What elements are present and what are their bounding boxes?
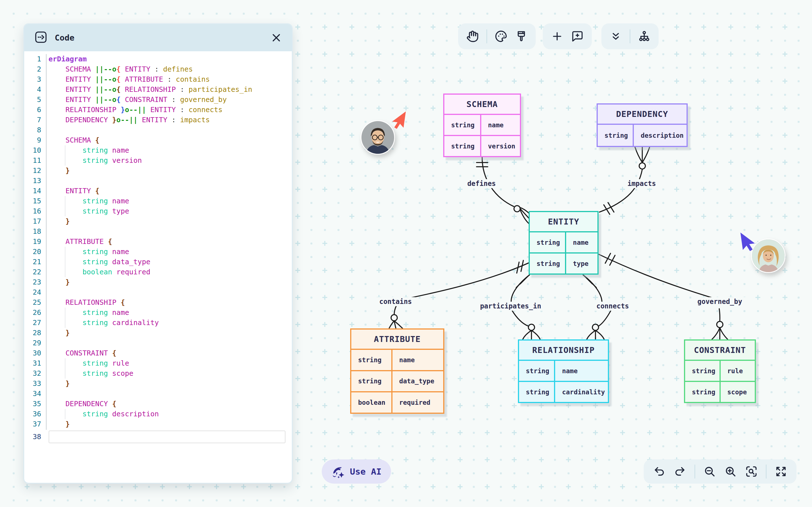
line-number: 20 bbox=[24, 247, 41, 257]
line-number: 9 bbox=[24, 135, 41, 145]
code-line-31[interactable]: 31 string rule bbox=[24, 358, 290, 369]
code-line-13[interactable]: 13 bbox=[24, 176, 290, 186]
line-number: 18 bbox=[24, 226, 41, 237]
code-token: } bbox=[65, 420, 70, 428]
code-token bbox=[91, 86, 95, 94]
code-line-8[interactable]: 8 bbox=[24, 125, 290, 135]
code-line-5[interactable]: 5 ENTITY ||--o{ CONSTRAINT : governed_by bbox=[24, 95, 290, 105]
entity-entity[interactable]: ENTITYstringnamestringtype bbox=[529, 211, 599, 275]
code-line-25[interactable]: 25 RELATIONSHIP { bbox=[24, 297, 290, 307]
fullscreen-icon[interactable] bbox=[774, 465, 788, 478]
line-number: 25 bbox=[24, 297, 41, 307]
code-line-20[interactable]: 20 string name bbox=[24, 247, 290, 257]
entity-title: ATTRIBUTE bbox=[351, 330, 443, 349]
code-line-4[interactable]: 4 ENTITY ||--o{ RELATIONSHIP : participa… bbox=[24, 84, 290, 95]
code-line-15[interactable]: 15 string name bbox=[24, 196, 290, 206]
whiteboard-canvas[interactable]: SCHEMAstringnamestringversionDEPENDENCYs… bbox=[0, 0, 812, 507]
code-token: ENTITY bbox=[125, 65, 150, 73]
entity-attribute[interactable]: ATTRIBUTEstringnamestringdata_typeboolea… bbox=[350, 328, 444, 414]
line-number: 14 bbox=[24, 186, 41, 196]
code-token bbox=[116, 106, 121, 114]
code-token bbox=[49, 197, 82, 205]
attribute-type: string bbox=[598, 125, 633, 146]
code-line-38[interactable]: 38 bbox=[24, 429, 290, 445]
code-token: type bbox=[112, 207, 129, 215]
add-shape-icon[interactable] bbox=[551, 30, 564, 43]
line-number: 2 bbox=[24, 64, 41, 74]
code-line-14[interactable]: 14 ENTITY { bbox=[24, 186, 290, 196]
code-line-36[interactable]: 36 string description bbox=[24, 409, 290, 419]
code-line-1[interactable]: 1erDiagram bbox=[24, 54, 290, 64]
code-token: } bbox=[65, 329, 70, 337]
code-token bbox=[49, 329, 65, 337]
code-line-37[interactable]: 37 } bbox=[24, 419, 290, 429]
code-line-18[interactable]: 18 bbox=[24, 226, 290, 237]
code-panel-header: Code bbox=[24, 24, 292, 51]
code-line-29[interactable]: 29 bbox=[24, 338, 290, 348]
code-line-30[interactable]: 30 CONSTRAINT { bbox=[24, 348, 290, 358]
code-token: { bbox=[112, 400, 116, 408]
palette-icon[interactable] bbox=[495, 30, 507, 43]
code-line-16[interactable]: 16 string type bbox=[24, 206, 290, 216]
code-token bbox=[49, 258, 82, 266]
code-line-7[interactable]: 7 DEPENDENCY }o--|| ENTITY : impacts bbox=[24, 115, 290, 125]
code-token bbox=[49, 349, 65, 357]
code-line-27[interactable]: 27 string cardinality bbox=[24, 318, 290, 328]
line-number: 34 bbox=[24, 389, 41, 399]
code-line-21[interactable]: 21 string data_type bbox=[24, 257, 290, 267]
zoom-in-icon[interactable] bbox=[724, 465, 737, 478]
code-line-12[interactable]: 12 } bbox=[24, 166, 290, 176]
toolbar-add bbox=[543, 23, 592, 49]
code-line-22[interactable]: 22 boolean required bbox=[24, 267, 290, 277]
code-line-24[interactable]: 24 bbox=[24, 287, 290, 297]
code-token: { bbox=[95, 187, 100, 195]
indent-guide bbox=[65, 196, 65, 206]
entity-dependency[interactable]: DEPENDENCYstringdescription bbox=[597, 103, 688, 147]
redo-icon[interactable] bbox=[673, 465, 687, 478]
chevrons-down-icon[interactable] bbox=[609, 30, 622, 43]
code-token bbox=[49, 116, 65, 124]
code-line-10[interactable]: 10 string name bbox=[24, 145, 290, 156]
code-line-6[interactable]: 6 RELATIONSHIP }o--|| ENTITY : connects bbox=[24, 105, 290, 115]
indent-guide bbox=[65, 267, 65, 277]
use-ai-button[interactable]: Use AI bbox=[322, 459, 391, 484]
code-line-19[interactable]: 19 ATTRIBUTE { bbox=[24, 237, 290, 247]
entity-constraint[interactable]: CONSTRAINTstringrulestringscope bbox=[684, 339, 756, 403]
code-token: } bbox=[121, 106, 125, 114]
hand-tool-icon[interactable] bbox=[466, 30, 479, 43]
line-number: 11 bbox=[24, 156, 41, 166]
code-line-26[interactable]: 26 string name bbox=[24, 307, 290, 318]
code-line-34[interactable]: 34 bbox=[24, 389, 290, 399]
code-token: CONSTRAINT bbox=[65, 349, 108, 357]
entity-title: RELATIONSHIP bbox=[519, 341, 608, 360]
code-token bbox=[49, 420, 65, 428]
code-line-11[interactable]: 11 string version bbox=[24, 156, 290, 166]
line-number: 29 bbox=[24, 338, 41, 348]
zoom-to-fit-icon[interactable] bbox=[745, 465, 758, 478]
code-line-17[interactable]: 17 } bbox=[24, 216, 290, 226]
diagram-layout-icon[interactable] bbox=[638, 30, 651, 43]
code-token: : bbox=[176, 86, 189, 94]
attribute-type: string bbox=[351, 371, 391, 392]
line-number: 35 bbox=[24, 399, 41, 409]
add-comment-icon[interactable] bbox=[571, 30, 584, 43]
entity-relationship[interactable]: RELATIONSHIPstringnamestringcardinality bbox=[518, 339, 609, 403]
code-line-35[interactable]: 35 DEPENDENCY { bbox=[24, 399, 290, 409]
attribute-name: scope bbox=[721, 382, 755, 402]
entity-schema[interactable]: SCHEMAstringnamestringversion bbox=[443, 94, 521, 157]
code-token bbox=[104, 237, 108, 245]
code-line-28[interactable]: 28 } bbox=[24, 328, 290, 338]
code-line-33[interactable]: 33 } bbox=[24, 379, 290, 389]
code-line-32[interactable]: 32 string scope bbox=[24, 369, 290, 379]
code-line-9[interactable]: 9 SCHEMA { bbox=[24, 135, 290, 145]
close-icon[interactable] bbox=[271, 33, 282, 43]
attribute-type: string bbox=[519, 382, 554, 402]
code-line-23[interactable]: 23 } bbox=[24, 277, 290, 287]
zoom-out-icon[interactable] bbox=[703, 465, 716, 478]
undo-icon[interactable] bbox=[653, 465, 666, 478]
code-token bbox=[146, 106, 150, 114]
code-editor[interactable]: 1erDiagram2 SCHEMA ||--o{ ENTITY : defin… bbox=[24, 54, 290, 445]
paintbrush-icon[interactable] bbox=[515, 30, 528, 43]
code-line-3[interactable]: 3 ENTITY ||--o{ ATTRIBUTE : contains bbox=[24, 74, 290, 84]
code-line-2[interactable]: 2 SCHEMA ||--o{ ENTITY : defines bbox=[24, 64, 290, 74]
